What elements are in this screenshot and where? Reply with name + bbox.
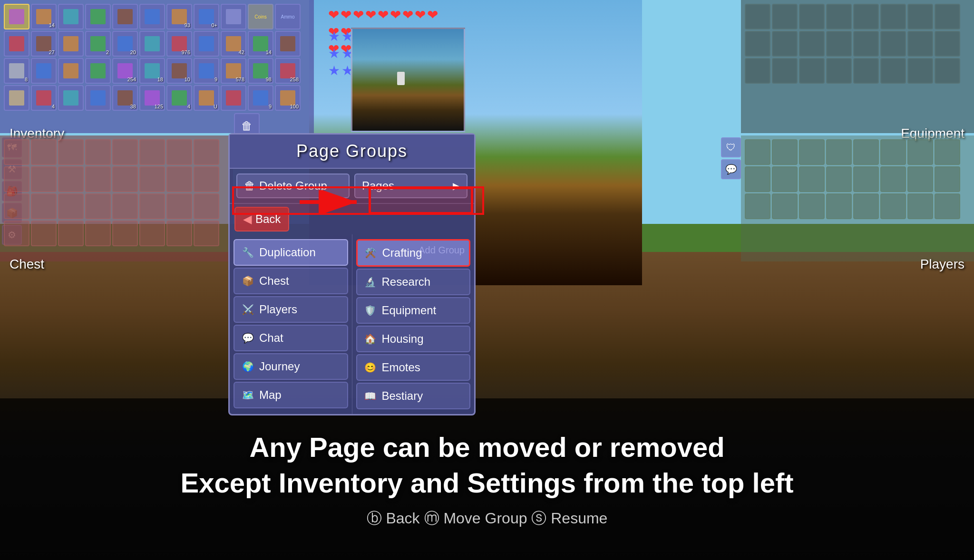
chest-slot-16[interactable] [194,166,219,192]
chest-slot-19[interactable] [58,193,84,219]
page-item-duplication[interactable]: 🔧 Duplication [234,239,348,266]
inv-slot-33[interactable]: 258 [275,58,301,84]
inv-slot-28[interactable]: 18 [139,58,165,84]
chest-slot-9[interactable] [4,166,29,192]
chest-slot-28[interactable] [85,221,111,246]
inv-slot-7[interactable]: 93 [166,4,192,29]
eq-slot-22[interactable] [880,58,906,84]
eq-slot-9[interactable] [745,31,770,57]
pl-slot-21[interactable] [853,193,879,219]
pl-slot-18[interactable] [772,193,798,219]
eq-slot-17[interactable] [745,58,770,84]
inv-slot-39[interactable]: 125 [139,85,165,111]
pl-slot-4[interactable] [826,139,852,165]
inv-slot-13[interactable]: 27 [31,31,57,57]
eq-slot-10[interactable] [772,31,798,57]
eq-slot-8[interactable] [935,4,960,29]
chest-slot-7[interactable] [166,139,192,165]
pl-slot-19[interactable] [799,193,825,219]
inv-slot-31[interactable]: 578 [221,58,246,84]
chest-slot-22[interactable] [139,193,165,219]
inv-slot-37[interactable] [85,85,111,111]
chest-slot-30[interactable] [139,221,165,246]
inv-slot-23[interactable]: 8 [4,58,29,84]
page-item-chat[interactable]: 💬 Chat [234,325,348,351]
pl-slot-23[interactable] [907,193,933,219]
inv-slot-16[interactable]: 20 [112,31,138,57]
inv-slot-10[interactable]: Coins [248,4,273,29]
pl-slot-13[interactable] [853,166,879,192]
pages-button[interactable]: Pages ▶ [354,174,468,198]
chest-slot-6[interactable] [139,139,165,165]
inv-slot-36[interactable] [58,85,84,111]
pl-slot-16[interactable] [935,166,960,192]
page-item-bestiary[interactable]: 📖 Bestiary [356,383,471,409]
inv-slot-21[interactable]: 14 [248,31,273,57]
chest-slot-29[interactable] [112,221,138,246]
pl-slot-10[interactable] [772,166,798,192]
pl-slot-20[interactable] [826,193,852,219]
chest-slot-17[interactable] [4,193,29,219]
pl-slot-1[interactable] [745,139,770,165]
page-item-housing[interactable]: 🏠 Housing [356,326,471,352]
eq-slot-16[interactable] [935,31,960,57]
page-item-equipment[interactable]: 🛡️ Equipment [356,297,471,324]
chest-slot-2[interactable] [31,139,57,165]
pl-slot-5[interactable] [853,139,879,165]
inv-slot-43[interactable]: 9 [248,85,273,111]
eq-slot-2[interactable] [772,4,798,29]
chest-slot-21[interactable] [112,193,138,219]
inv-slot-42[interactable] [221,85,246,111]
right-icon-1[interactable]: 🛡 [721,137,741,157]
eq-slot-7[interactable] [907,4,933,29]
chest-slot-14[interactable] [139,166,165,192]
inv-slot-29[interactable]: 10 [166,58,192,84]
inv-slot-20[interactable]: 42 [221,31,246,57]
chest-slot-25[interactable] [4,221,29,246]
eq-slot-21[interactable] [853,58,879,84]
pl-slot-12[interactable] [826,166,852,192]
chest-slot-20[interactable] [85,193,111,219]
chest-slot-13[interactable] [112,166,138,192]
pl-slot-22[interactable] [880,193,906,219]
inv-slot-27[interactable]: 254 [112,58,138,84]
page-item-journey[interactable]: 🌍 Journey [234,353,348,380]
inv-slot-15[interactable]: 2 [85,31,111,57]
chest-slot-3[interactable] [58,139,84,165]
pl-slot-17[interactable] [745,193,770,219]
eq-slot-12[interactable] [826,31,852,57]
delete-group-button[interactable]: 🗑 Delete Group [236,174,350,198]
inv-slot-14[interactable] [58,31,84,57]
inv-slot-8[interactable]: 0+ [194,4,219,29]
pl-slot-15[interactable] [907,166,933,192]
inv-slot-9[interactable] [221,4,246,29]
chest-slot-4[interactable] [85,139,111,165]
eq-slot-5[interactable] [853,4,879,29]
inv-slot-17[interactable] [139,31,165,57]
inv-slot-32[interactable]: 98 [248,58,273,84]
eq-slot-15[interactable] [907,31,933,57]
right-icon-2[interactable]: 💬 [721,159,741,179]
eq-slot-13[interactable] [853,31,879,57]
pl-slot-7[interactable] [907,139,933,165]
inv-slot-11[interactable]: Ammo [275,4,301,29]
inv-slot-25[interactable] [58,58,84,84]
chest-slot-23[interactable] [166,193,192,219]
inv-slot-1[interactable] [4,4,29,29]
page-item-research[interactable]: 🔬 Research [356,269,471,295]
eq-slot-24[interactable] [935,58,960,84]
eq-slot-18[interactable] [772,58,798,84]
eq-slot-4[interactable] [826,4,852,29]
chest-slot-12[interactable] [85,166,111,192]
pl-slot-11[interactable] [799,166,825,192]
eq-slot-19[interactable] [799,58,825,84]
inv-slot-4[interactable] [85,4,111,29]
chest-slot-24[interactable] [194,193,219,219]
chest-slot-32[interactable] [194,221,219,246]
inv-slot-2[interactable]: 14 [31,4,57,29]
eq-slot-3[interactable] [799,4,825,29]
inv-slot-22[interactable] [275,31,301,57]
inv-slot-30[interactable]: 9 [194,58,219,84]
inv-slot-44[interactable]: 100 [275,85,301,111]
page-item-emotes[interactable]: 😊 Emotes [356,354,471,381]
